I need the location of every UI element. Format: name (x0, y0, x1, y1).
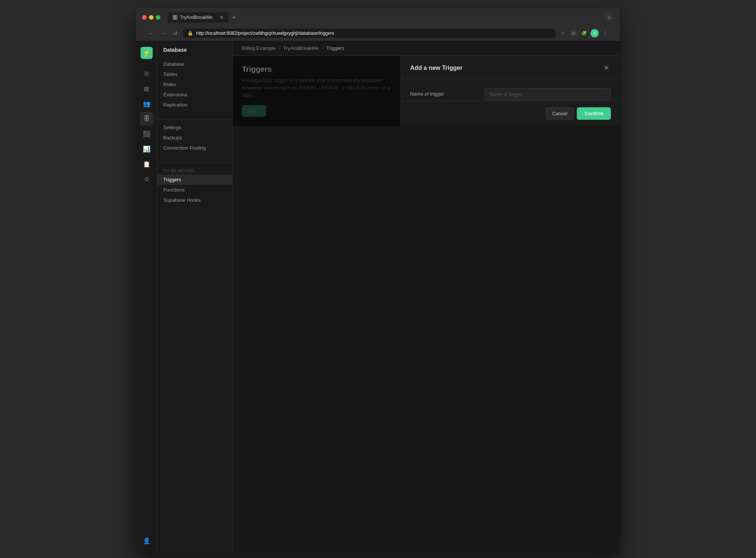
extensions-icon[interactable]: 🧩 (580, 29, 588, 37)
back-button[interactable]: ← (147, 29, 156, 38)
menu-icon[interactable]: ⋮ (601, 29, 609, 37)
modal-close-button[interactable]: ✕ (602, 63, 611, 73)
breadcrumb-billing[interactable]: Billing Example (242, 45, 276, 51)
sidebar: Database Database Tables Roles Extension… (157, 41, 233, 553)
rail-analytics-icon[interactable]: 📊 (140, 142, 153, 156)
browser-chrome: 🗄 TryAndBreakMe ✕ + ⊙ ← → ↺ 🔒 http://loc… (136, 8, 620, 41)
breadcrumb-project[interactable]: TryAndBreakMe (283, 45, 318, 51)
browser-profile-icon: ⊙ (605, 13, 614, 22)
rail-auth-icon[interactable]: 👥 (140, 97, 153, 110)
refresh-button[interactable]: ↺ (171, 29, 180, 38)
browser-titlebar: 🗄 TryAndBreakMe ✕ + ⊙ (142, 12, 614, 23)
url-display: http://localhost:8082/project/zwfdhgcjch… (196, 31, 334, 36)
sidebar-item-label: Triggers (163, 177, 181, 182)
sidebar-section-label: To be moved (157, 165, 232, 175)
main-body: Triggers A PostgreSQL trigger is a funct… (233, 56, 620, 126)
trigger-name-field: The name is also stored as the actual po… (484, 88, 611, 101)
sidebar-item-label: Supabase Hooks (163, 197, 201, 203)
rail-user-icon[interactable]: 👤 (140, 534, 153, 547)
breadcrumb: Billing Example › TryAndBreakMe › Trigge… (233, 41, 620, 56)
tab-favicon: 🗄 (172, 15, 178, 20)
modal-title: Add a new Trigger (410, 65, 463, 71)
trigger-name-label: Name of trigger (410, 88, 478, 97)
trigger-name-input[interactable] (484, 88, 611, 100)
chrome-icon[interactable]: ⊙ (569, 29, 578, 37)
sidebar-divider-2 (157, 162, 232, 162)
star-icon[interactable]: ☆ (559, 29, 567, 37)
breadcrumb-sep-1: › (279, 45, 280, 51)
tab-close-button[interactable]: ✕ (219, 14, 224, 20)
sidebar-item-label: Backups (163, 135, 182, 141)
sidebar-item-backups[interactable]: Backups (157, 133, 232, 143)
sidebar-item-label: Database (163, 61, 184, 67)
toolbar-icons: ☆ ⊙ 🧩 S ⋮ (559, 29, 609, 37)
new-tab-button[interactable]: + (230, 14, 239, 22)
browser-toolbar: ← → ↺ 🔒 http://localhost:8082/project/zw… (142, 26, 614, 41)
profile-icon[interactable]: S (590, 29, 599, 37)
sidebar-item-tables[interactable]: Tables (157, 69, 232, 79)
rail-database-icon[interactable]: 🗄 (140, 112, 153, 125)
sidebar-to-be-moved-section: To be moved Triggers Functions Supabase … (157, 165, 232, 205)
rail-home-icon[interactable]: ⊞ (140, 66, 153, 80)
sidebar-item-label: Replication (163, 102, 187, 108)
sidebar-item-supabase-hooks[interactable]: Supabase Hooks (157, 195, 232, 205)
address-bar[interactable]: 🔒 http://localhost:8082/project/zwfdhgcj… (183, 29, 556, 38)
lock-icon: 🔒 (187, 31, 193, 36)
breadcrumb-sep-2: › (322, 45, 323, 51)
modal-footer: Cancel Confirm (401, 101, 620, 126)
traffic-lights (142, 15, 160, 20)
sidebar-item-label: Connection Pooling (163, 145, 206, 151)
trigger-name-row: Name of trigger The name is also stored … (410, 88, 611, 101)
sidebar-item-triggers[interactable]: Triggers (157, 175, 232, 185)
main-content: Billing Example › TryAndBreakMe › Trigge… (233, 41, 620, 553)
rail-storage-icon[interactable]: ⬛ (140, 127, 153, 141)
sidebar-item-label: Functions (163, 187, 184, 193)
sidebar-header: Database (157, 47, 232, 59)
supabase-logo[interactable]: ⚡ (141, 47, 153, 59)
sidebar-item-label: Settings (163, 125, 181, 130)
sidebar-item-extensions[interactable]: Extensions (157, 90, 232, 100)
modal-body: Name of trigger The name is also stored … (401, 79, 620, 101)
rail-settings-icon[interactable]: ⚙ (140, 172, 153, 186)
browser-window: 🗄 TryAndBreakMe ✕ + ⊙ ← → ↺ 🔒 http://loc… (136, 8, 620, 553)
confirm-button[interactable]: Confirm (577, 107, 611, 120)
sidebar-item-replication[interactable]: Replication (157, 100, 232, 110)
sidebar-main-section: Database Tables Roles Extensions Replica… (157, 59, 232, 110)
forward-button[interactable]: → (159, 29, 168, 38)
breadcrumb-current: Triggers (326, 45, 344, 51)
sidebar-item-settings[interactable]: Settings (157, 122, 232, 133)
app-layout: ⚡ ⊞ ▦ 👥 🗄 ⬛ 📊 📋 ⚙ 👤 Database Database Ta… (136, 41, 620, 553)
active-tab[interactable]: 🗄 TryAndBreakMe ✕ (168, 12, 228, 23)
rail-functions-icon[interactable]: 📋 (140, 157, 153, 171)
sidebar-item-label: Roles (163, 82, 176, 87)
cancel-button[interactable]: Cancel (546, 107, 574, 120)
sidebar-item-label: Tables (163, 71, 178, 77)
rail-table-icon[interactable]: ▦ (140, 82, 153, 95)
sidebar-divider-1 (157, 119, 232, 119)
sidebar-item-functions[interactable]: Functions (157, 185, 232, 195)
sidebar-item-database[interactable]: Database (157, 59, 232, 69)
sidebar-item-roles[interactable]: Roles (157, 79, 232, 90)
browser-tabs: 🗄 TryAndBreakMe ✕ + (168, 12, 600, 23)
icon-rail: ⚡ ⊞ ▦ 👥 🗄 ⬛ 📊 📋 ⚙ 👤 (136, 41, 157, 553)
minimize-window-button[interactable] (149, 15, 153, 20)
sidebar-settings-section: Settings Backups Connection Pooling (157, 122, 232, 153)
modal-header: Add a new Trigger ✕ (401, 56, 620, 79)
close-window-button[interactable] (142, 15, 147, 20)
modal-overlay: Add a new Trigger ✕ Name of trigger The … (233, 56, 620, 126)
modal-panel: Add a new Trigger ✕ Name of trigger The … (401, 56, 620, 126)
maximize-window-button[interactable] (156, 15, 160, 20)
tab-title: TryAndBreakMe (180, 15, 212, 20)
sidebar-item-connection-pooling[interactable]: Connection Pooling (157, 143, 232, 153)
sidebar-item-label: Extensions (163, 92, 187, 97)
